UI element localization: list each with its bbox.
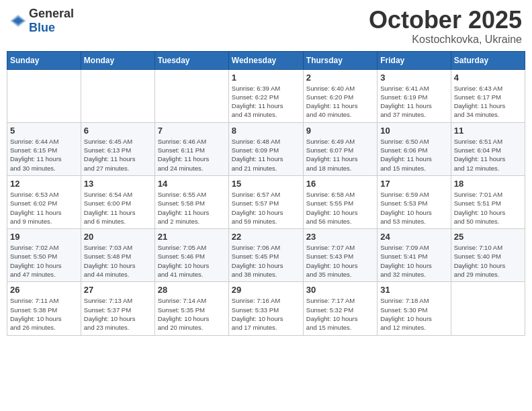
calendar-cell: 17Sunrise: 6:59 AM Sunset: 5:53 PM Dayli…: [378, 175, 451, 228]
calendar-week-row: 19Sunrise: 7:02 AM Sunset: 5:50 PM Dayli…: [7, 229, 525, 282]
day-number: 24: [380, 232, 447, 242]
logo-text: General Blue: [29, 7, 74, 35]
calendar-cell: 21Sunrise: 7:05 AM Sunset: 5:46 PM Dayli…: [154, 229, 228, 282]
day-info: Sunrise: 6:50 AM Sunset: 6:06 PM Dayligh…: [380, 137, 447, 173]
day-info: Sunrise: 6:44 AM Sunset: 6:15 PM Dayligh…: [10, 137, 78, 173]
day-number: 9: [306, 126, 374, 136]
day-info: Sunrise: 6:55 AM Sunset: 5:58 PM Dayligh…: [158, 190, 226, 226]
day-info: Sunrise: 6:49 AM Sunset: 6:07 PM Dayligh…: [306, 137, 374, 173]
day-info: Sunrise: 6:57 AM Sunset: 5:57 PM Dayligh…: [232, 190, 300, 226]
calendar-cell: 7Sunrise: 6:46 AM Sunset: 6:11 PM Daylig…: [154, 122, 228, 175]
logo-general: General: [29, 7, 74, 20]
day-info: Sunrise: 6:43 AM Sunset: 6:17 PM Dayligh…: [454, 84, 522, 120]
day-number: 14: [158, 179, 226, 189]
day-number: 18: [454, 179, 522, 189]
month-title: October 2025: [369, 7, 522, 34]
day-number: 3: [380, 73, 447, 83]
calendar-cell: 27Sunrise: 7:13 AM Sunset: 5:37 PM Dayli…: [81, 282, 154, 335]
day-number: 6: [84, 126, 152, 136]
calendar-table: SundayMondayTuesdayWednesdayThursdayFrid…: [7, 51, 525, 336]
day-number: 19: [10, 232, 78, 242]
calendar-cell: 2Sunrise: 6:40 AM Sunset: 6:20 PM Daylig…: [303, 69, 377, 122]
calendar-cell: 31Sunrise: 7:18 AM Sunset: 5:30 PM Dayli…: [378, 282, 451, 335]
day-info: Sunrise: 7:13 AM Sunset: 5:37 PM Dayligh…: [84, 296, 152, 332]
calendar-cell: 6Sunrise: 6:45 AM Sunset: 6:13 PM Daylig…: [81, 122, 154, 175]
calendar-cell: 22Sunrise: 7:06 AM Sunset: 5:45 PM Dayli…: [228, 229, 303, 282]
day-info: Sunrise: 6:48 AM Sunset: 6:09 PM Dayligh…: [232, 137, 300, 173]
calendar-cell: 29Sunrise: 7:16 AM Sunset: 5:33 PM Dayli…: [228, 282, 303, 335]
day-info: Sunrise: 6:59 AM Sunset: 5:53 PM Dayligh…: [380, 190, 447, 226]
day-info: Sunrise: 7:18 AM Sunset: 5:30 PM Dayligh…: [380, 296, 447, 332]
day-info: Sunrise: 7:07 AM Sunset: 5:43 PM Dayligh…: [306, 243, 374, 279]
day-number: 26: [10, 285, 78, 295]
calendar-week-row: 26Sunrise: 7:11 AM Sunset: 5:38 PM Dayli…: [7, 282, 525, 335]
calendar-cell: 19Sunrise: 7:02 AM Sunset: 5:50 PM Dayli…: [7, 229, 81, 282]
day-info: Sunrise: 7:03 AM Sunset: 5:48 PM Dayligh…: [84, 243, 152, 279]
day-number: 21: [158, 232, 226, 242]
day-info: Sunrise: 7:16 AM Sunset: 5:33 PM Dayligh…: [232, 296, 300, 332]
calendar-cell: 14Sunrise: 6:55 AM Sunset: 5:58 PM Dayli…: [154, 175, 228, 228]
day-info: Sunrise: 6:58 AM Sunset: 5:55 PM Dayligh…: [306, 190, 374, 226]
calendar-cell: 16Sunrise: 6:58 AM Sunset: 5:55 PM Dayli…: [303, 175, 377, 228]
calendar-cell: 30Sunrise: 7:17 AM Sunset: 5:32 PM Dayli…: [303, 282, 377, 335]
calendar-week-row: 5Sunrise: 6:44 AM Sunset: 6:15 PM Daylig…: [7, 122, 525, 175]
weekday-header: Thursday: [303, 51, 377, 69]
logo-blue: Blue: [29, 21, 55, 34]
day-number: 2: [306, 73, 374, 83]
calendar-cell: 3Sunrise: 6:41 AM Sunset: 6:19 PM Daylig…: [378, 69, 451, 122]
title-block: October 2025 Kostochkovka, Ukraine: [369, 7, 522, 46]
day-number: 28: [158, 285, 226, 295]
calendar-cell: 25Sunrise: 7:10 AM Sunset: 5:40 PM Dayli…: [451, 229, 525, 282]
day-info: Sunrise: 7:11 AM Sunset: 5:38 PM Dayligh…: [10, 296, 78, 332]
page-header: General Blue October 2025 Kostochkovka, …: [7, 7, 525, 46]
day-number: 17: [380, 179, 447, 189]
day-info: Sunrise: 6:39 AM Sunset: 6:22 PM Dayligh…: [232, 84, 300, 120]
calendar-cell: 24Sunrise: 7:09 AM Sunset: 5:41 PM Dayli…: [378, 229, 451, 282]
calendar-cell: [154, 69, 228, 122]
weekday-header: Friday: [378, 51, 451, 69]
day-number: 5: [10, 126, 78, 136]
location-title: Kostochkovka, Ukraine: [369, 34, 522, 46]
calendar-cell: 15Sunrise: 6:57 AM Sunset: 5:57 PM Dayli…: [228, 175, 303, 228]
day-info: Sunrise: 7:01 AM Sunset: 5:51 PM Dayligh…: [454, 190, 522, 226]
day-info: Sunrise: 6:40 AM Sunset: 6:20 PM Dayligh…: [306, 84, 374, 120]
day-info: Sunrise: 7:02 AM Sunset: 5:50 PM Dayligh…: [10, 243, 78, 279]
weekday-header: Tuesday: [154, 51, 228, 69]
weekday-header: Wednesday: [228, 51, 303, 69]
calendar-cell: 1Sunrise: 6:39 AM Sunset: 6:22 PM Daylig…: [228, 69, 303, 122]
calendar-week-row: 12Sunrise: 6:53 AM Sunset: 6:02 PM Dayli…: [7, 175, 525, 228]
day-number: 4: [454, 73, 522, 83]
day-info: Sunrise: 7:17 AM Sunset: 5:32 PM Dayligh…: [306, 296, 374, 332]
day-info: Sunrise: 6:51 AM Sunset: 6:04 PM Dayligh…: [454, 137, 522, 173]
weekday-header: Monday: [81, 51, 154, 69]
logo: General Blue: [10, 7, 74, 35]
day-info: Sunrise: 6:54 AM Sunset: 6:00 PM Dayligh…: [84, 190, 152, 226]
day-info: Sunrise: 6:46 AM Sunset: 6:11 PM Dayligh…: [158, 137, 226, 173]
calendar-cell: 18Sunrise: 7:01 AM Sunset: 5:51 PM Dayli…: [451, 175, 525, 228]
day-number: 11: [454, 126, 522, 136]
calendar-cell: [7, 69, 81, 122]
day-number: 20: [84, 232, 152, 242]
day-number: 7: [158, 126, 226, 136]
day-info: Sunrise: 7:05 AM Sunset: 5:46 PM Dayligh…: [158, 243, 226, 279]
day-number: 12: [10, 179, 78, 189]
day-info: Sunrise: 7:10 AM Sunset: 5:40 PM Dayligh…: [454, 243, 522, 279]
day-info: Sunrise: 6:45 AM Sunset: 6:13 PM Dayligh…: [84, 137, 152, 173]
calendar-cell: 12Sunrise: 6:53 AM Sunset: 6:02 PM Dayli…: [7, 175, 81, 228]
day-info: Sunrise: 6:53 AM Sunset: 6:02 PM Dayligh…: [10, 190, 78, 226]
day-info: Sunrise: 6:41 AM Sunset: 6:19 PM Dayligh…: [380, 84, 447, 120]
calendar-cell: [451, 282, 525, 335]
day-info: Sunrise: 7:14 AM Sunset: 5:35 PM Dayligh…: [158, 296, 226, 332]
calendar-cell: 26Sunrise: 7:11 AM Sunset: 5:38 PM Dayli…: [7, 282, 81, 335]
calendar-cell: 9Sunrise: 6:49 AM Sunset: 6:07 PM Daylig…: [303, 122, 377, 175]
calendar-week-row: 1Sunrise: 6:39 AM Sunset: 6:22 PM Daylig…: [7, 69, 525, 122]
day-number: 16: [306, 179, 374, 189]
day-number: 30: [306, 285, 374, 295]
calendar-cell: 10Sunrise: 6:50 AM Sunset: 6:06 PM Dayli…: [378, 122, 451, 175]
calendar-cell: 20Sunrise: 7:03 AM Sunset: 5:48 PM Dayli…: [81, 229, 154, 282]
calendar-cell: 5Sunrise: 6:44 AM Sunset: 6:15 PM Daylig…: [7, 122, 81, 175]
day-number: 1: [232, 73, 300, 83]
day-number: 15: [232, 179, 300, 189]
calendar-cell: 13Sunrise: 6:54 AM Sunset: 6:00 PM Dayli…: [81, 175, 154, 228]
weekday-header: Sunday: [7, 51, 81, 69]
